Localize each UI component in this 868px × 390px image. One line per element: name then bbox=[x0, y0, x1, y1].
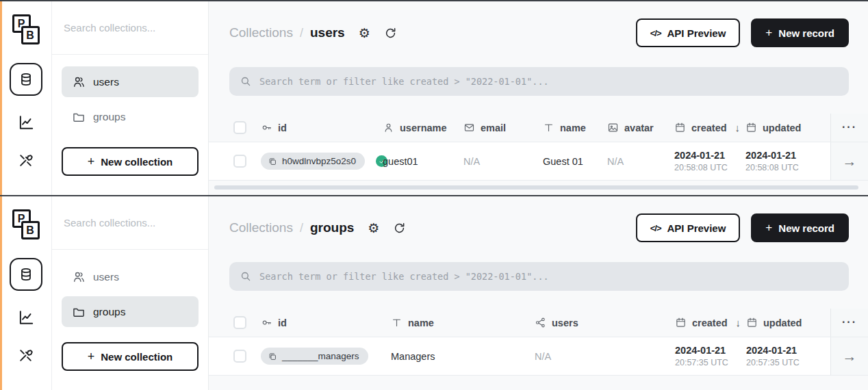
more-options-icon[interactable]: ··· bbox=[842, 320, 857, 324]
columns-options-cell: ··· bbox=[830, 114, 868, 142]
collections-search-input[interactable] bbox=[64, 217, 196, 229]
copy-icon bbox=[268, 352, 277, 361]
nav-collections-active[interactable] bbox=[10, 258, 42, 291]
nav-logs[interactable] bbox=[17, 114, 35, 131]
table-row[interactable]: _______managers Managers N/A 2024-01-21 … bbox=[209, 337, 868, 376]
refresh-button[interactable] bbox=[393, 222, 406, 235]
sidebar-item-users[interactable]: users bbox=[62, 66, 199, 97]
arrow-right-icon[interactable]: → bbox=[843, 348, 857, 365]
collection-settings-button[interactable]: ⚙ bbox=[359, 27, 370, 40]
app-rail: P B bbox=[0, 1, 51, 195]
record-id-chip[interactable]: _______managers bbox=[261, 348, 368, 365]
nav-collections-active[interactable] bbox=[10, 63, 42, 96]
column-header-name[interactable]: name bbox=[543, 114, 607, 142]
cell-username: guest01 bbox=[383, 142, 463, 180]
main-content: Collections / users ⚙ </> API Preview + … bbox=[209, 1, 868, 195]
users-icon bbox=[72, 270, 86, 284]
logo-b-block: B bbox=[21, 26, 40, 44]
cell-id: h0wdlnvbpz5o2s0 bbox=[261, 142, 383, 180]
column-header-updated[interactable]: updated bbox=[745, 114, 821, 142]
breadcrumb-separator: / bbox=[300, 26, 303, 40]
select-all-checkbox[interactable] bbox=[233, 121, 246, 134]
column-header-id[interactable]: id bbox=[261, 114, 383, 142]
user-icon bbox=[383, 122, 394, 133]
cell-created: 2024-01-21 20:57:35 UTC bbox=[675, 337, 746, 375]
breadcrumb-root[interactable]: Collections bbox=[229, 25, 293, 40]
sidebar-item-groups[interactable]: groups bbox=[62, 101, 199, 132]
cell-users: N/A bbox=[535, 337, 675, 375]
plus-icon: + bbox=[88, 155, 95, 169]
select-all-checkbox[interactable] bbox=[233, 316, 246, 329]
page-header: Collections / users ⚙ </> API Preview + … bbox=[209, 1, 868, 47]
refresh-button[interactable] bbox=[384, 27, 397, 40]
horizontal-scrollbar[interactable] bbox=[214, 185, 858, 190]
table-row[interactable]: h0wdlnvbpz5o2s0 guest01 N/A Guest 01 N/A… bbox=[209, 142, 868, 181]
calendar-icon bbox=[745, 122, 757, 133]
sort-desc-icon: ↓ bbox=[736, 317, 741, 328]
copy-icon bbox=[268, 157, 277, 166]
api-preview-button[interactable]: </> API Preview bbox=[636, 213, 741, 242]
new-collection-wrap: + New collection bbox=[52, 136, 208, 176]
column-header-avatar[interactable]: avatar bbox=[607, 114, 674, 142]
more-options-icon[interactable]: ··· bbox=[842, 125, 857, 129]
calendar-icon bbox=[674, 122, 686, 133]
search-icon bbox=[240, 270, 252, 283]
cell-name: Guest 01 bbox=[543, 142, 607, 180]
records-search-bar bbox=[229, 262, 849, 291]
nav-settings[interactable] bbox=[17, 152, 34, 169]
new-collection-label: New collection bbox=[101, 156, 173, 168]
records-table: id name users bbox=[209, 309, 868, 390]
column-header-created[interactable]: created ↓ bbox=[674, 114, 745, 142]
cell-updated: 2024-01-21 20:58:08 UTC bbox=[745, 142, 821, 180]
records-table: id username email bbox=[209, 114, 868, 195]
chart-icon bbox=[17, 309, 35, 326]
chart-icon bbox=[17, 114, 35, 131]
pocketbase-logo[interactable]: P B bbox=[10, 209, 42, 240]
plus-icon: + bbox=[765, 221, 772, 235]
sidebar-item-label: groups bbox=[93, 306, 125, 318]
cell-email: N/A bbox=[463, 142, 543, 180]
column-header-name[interactable]: name bbox=[391, 309, 535, 337]
column-header-users[interactable]: users bbox=[535, 309, 675, 337]
collection-settings-button[interactable]: ⚙ bbox=[368, 222, 379, 235]
folder-icon bbox=[72, 110, 86, 124]
column-header-email[interactable]: email bbox=[463, 114, 543, 142]
breadcrumb-collection: groups bbox=[310, 220, 354, 235]
breadcrumb-root[interactable]: Collections bbox=[229, 220, 293, 235]
refresh-icon bbox=[384, 27, 397, 40]
key-icon bbox=[261, 122, 272, 133]
new-collection-button[interactable]: + New collection bbox=[62, 147, 199, 176]
pocketbase-logo[interactable]: P B bbox=[10, 14, 42, 45]
api-preview-button[interactable]: </> API Preview bbox=[636, 18, 741, 47]
column-header-username[interactable]: username bbox=[383, 114, 463, 142]
collections-list: users groups bbox=[52, 250, 208, 331]
plus-icon: + bbox=[765, 26, 772, 40]
code-icon: </> bbox=[650, 28, 661, 38]
breadcrumb-separator: / bbox=[300, 221, 303, 235]
records-search-bar bbox=[229, 67, 849, 96]
cell-name: Managers bbox=[391, 337, 535, 375]
row-expand-cell: → bbox=[830, 337, 868, 375]
row-checkbox[interactable] bbox=[233, 350, 246, 363]
cell-avatar: N/A bbox=[607, 142, 674, 180]
column-header-id[interactable]: id bbox=[261, 309, 391, 337]
sidebar-item-users[interactable]: users bbox=[62, 261, 199, 292]
new-collection-wrap: + New collection bbox=[52, 331, 208, 371]
nav-settings[interactable] bbox=[17, 347, 34, 364]
new-collection-button[interactable]: + New collection bbox=[62, 342, 199, 371]
records-search-input[interactable] bbox=[259, 76, 839, 87]
record-id-chip[interactable]: h0wdlnvbpz5o2s0 bbox=[261, 153, 365, 170]
arrow-right-icon[interactable]: → bbox=[843, 153, 857, 170]
nav-logs[interactable] bbox=[17, 309, 35, 326]
calendar-icon bbox=[746, 317, 758, 328]
records-search-input[interactable] bbox=[259, 271, 839, 282]
refresh-icon bbox=[393, 222, 406, 235]
new-record-button[interactable]: + New record bbox=[751, 213, 849, 242]
column-header-updated[interactable]: updated bbox=[746, 309, 821, 337]
new-record-label: New record bbox=[778, 27, 834, 39]
row-checkbox[interactable] bbox=[233, 155, 246, 168]
collections-search-input[interactable] bbox=[64, 22, 196, 34]
new-record-button[interactable]: + New record bbox=[751, 18, 849, 47]
column-header-created[interactable]: created ↓ bbox=[675, 309, 746, 337]
sidebar-item-groups[interactable]: groups bbox=[62, 296, 199, 327]
